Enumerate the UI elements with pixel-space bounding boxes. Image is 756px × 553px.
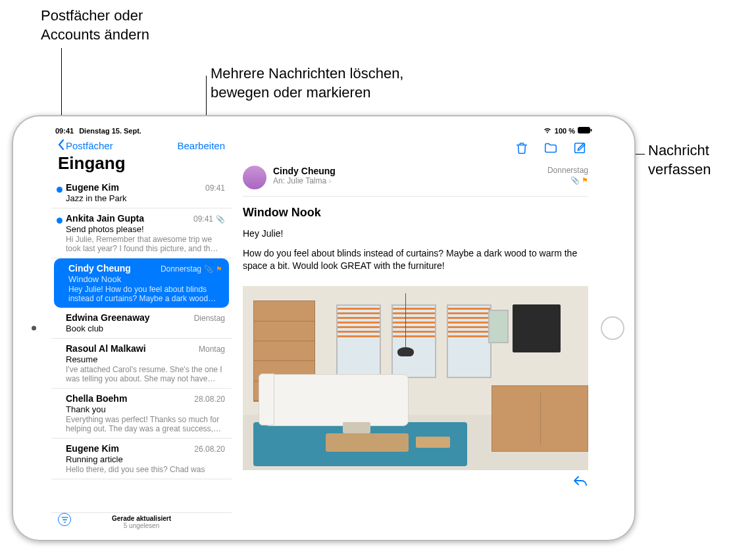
- message-subject: Send photos please!: [66, 224, 225, 234]
- message-preview: Everything was perfect! Thanks so much f…: [66, 415, 225, 433]
- screen: 09:41 Dienstag 15. Sept. 100 %: [51, 125, 596, 531]
- message-subject: Thank you: [66, 404, 225, 414]
- callout-mailboxes: Postfächer oder Accounts ändern: [41, 7, 149, 44]
- message-sender: Edwina Greenaway: [66, 312, 150, 323]
- mail-body-text: How do you feel about blinds instead of …: [243, 247, 588, 273]
- sender-avatar[interactable]: [243, 166, 266, 189]
- message-time: Donnerstag 📎⚑: [161, 264, 222, 274]
- message-item[interactable]: Eugene Kim09:41 Jazz in the Park: [51, 178, 232, 208]
- message-time: Dienstag: [194, 314, 225, 323]
- mail-header: Cindy Cheung An: Julie Talma › Donnersta…: [243, 162, 588, 197]
- mail-date: Donnerstag: [547, 166, 588, 175]
- message-subject: Resume: [66, 354, 225, 364]
- attachment-icon: 📎: [570, 176, 580, 184]
- status-date: Dienstag 15. Sept.: [79, 127, 141, 135]
- mail-to-name: Julie Talma: [287, 176, 326, 185]
- status-bar: 09:41 Dienstag 15. Sept. 100 %: [51, 125, 596, 137]
- message-list[interactable]: Eugene Kim09:41 Jazz in the ParkAnkita J…: [51, 178, 232, 512]
- message-sender: Rasoul Al Malkawi: [66, 343, 146, 354]
- mail-attachment-image[interactable]: [243, 286, 588, 470]
- message-item[interactable]: Edwina GreenawayDienstag Book club: [51, 308, 232, 339]
- message-item[interactable]: Cindy CheungDonnerstag 📎⚑Window NookHey …: [54, 258, 229, 308]
- message-preview: Hey Julie! How do you feel about blinds …: [68, 285, 222, 303]
- svg-rect-0: [578, 128, 590, 133]
- message-time: 09:41 📎: [193, 214, 225, 224]
- message-time: 09:41: [205, 183, 225, 193]
- message-subject: Jazz in the Park: [66, 193, 225, 203]
- mail-content-pane: Cindy Cheung An: Julie Talma › Donnersta…: [232, 137, 596, 531]
- compose-button[interactable]: [572, 141, 587, 158]
- message-sender: Ankita Jain Gupta: [66, 213, 144, 224]
- trash-button[interactable]: [515, 141, 529, 158]
- wifi-icon: [543, 127, 552, 135]
- message-sender: Eugene Kim: [66, 443, 119, 454]
- filter-button[interactable]: [58, 513, 71, 526]
- svg-rect-1: [591, 129, 592, 132]
- ipad-device-frame: 09:41 Dienstag 15. Sept. 100 %: [12, 115, 636, 541]
- status-time: 09:41: [55, 127, 74, 135]
- mail-subject: Window Nook: [243, 197, 588, 228]
- message-time: 28.08.20: [194, 395, 225, 404]
- callout-edit: Mehrere Nachrichten löschen, bewegen ode…: [211, 64, 403, 102]
- message-item[interactable]: Eugene Kim26.08.20 Running articleHello …: [51, 439, 232, 479]
- inbox-title: Eingang: [51, 153, 232, 178]
- battery-percent: 100 %: [555, 127, 575, 135]
- chevron-right-icon: ›: [329, 176, 332, 185]
- mail-from[interactable]: Cindy Cheung: [273, 166, 541, 176]
- mail-to-label: An:: [273, 176, 285, 185]
- chevron-left-icon: [58, 139, 64, 152]
- mail-body: Hey Julie! How do you feel about blinds …: [243, 228, 588, 279]
- message-time: 26.08.20: [194, 445, 225, 454]
- message-subject: Running article: [66, 454, 225, 464]
- footer-status: Gerade aktualisiert: [58, 515, 225, 522]
- message-subject: Window Nook: [68, 274, 222, 284]
- mailboxes-label: Postfächer: [66, 140, 113, 151]
- unread-dot: [57, 218, 63, 224]
- callout-compose: Nachricht verfassen: [648, 141, 711, 179]
- message-subject: Book club: [66, 324, 225, 333]
- mail-greeting: Hey Julie!: [243, 228, 588, 241]
- message-preview: Hi Julie, Remember that awesome trip we …: [66, 235, 225, 253]
- flag-icon: ⚑: [582, 176, 588, 184]
- attachment-icon: 📎: [216, 215, 225, 224]
- home-button[interactable]: [601, 316, 624, 340]
- attachment-icon: 📎: [204, 265, 213, 274]
- unread-dot: [57, 187, 63, 193]
- mailboxes-back-button[interactable]: Postfächer: [58, 139, 113, 152]
- sidebar: Postfächer Bearbeiten Eingang Eugene Kim…: [51, 137, 232, 531]
- mail-to-row[interactable]: An: Julie Talma ›: [273, 176, 541, 185]
- message-preview: I've attached Carol's resume. She's the …: [66, 365, 225, 383]
- move-folder-button[interactable]: [543, 141, 558, 158]
- message-sender: Cindy Cheung: [68, 263, 131, 274]
- message-sender: Eugene Kim: [66, 182, 119, 193]
- footer-unread: 5 ungelesen: [58, 522, 225, 529]
- battery-icon: [578, 127, 592, 135]
- mail-toolbar: [243, 139, 588, 162]
- flag-icon: ⚑: [216, 265, 222, 274]
- message-item[interactable]: Ankita Jain Gupta09:41 📎Send photos plea…: [51, 208, 232, 258]
- edit-button[interactable]: Bearbeiten: [177, 140, 225, 151]
- message-item[interactable]: Chella Boehm28.08.20 Thank youEverything…: [51, 389, 232, 439]
- reply-button[interactable]: [572, 474, 588, 491]
- message-preview: Hello there, did you see this? Chad was: [66, 465, 225, 474]
- message-time: Montag: [199, 345, 225, 354]
- message-item[interactable]: Rasoul Al MalkawiMontag ResumeI've attac…: [51, 339, 232, 389]
- camera-dot: [32, 326, 36, 331]
- message-sender: Chella Boehm: [66, 393, 127, 404]
